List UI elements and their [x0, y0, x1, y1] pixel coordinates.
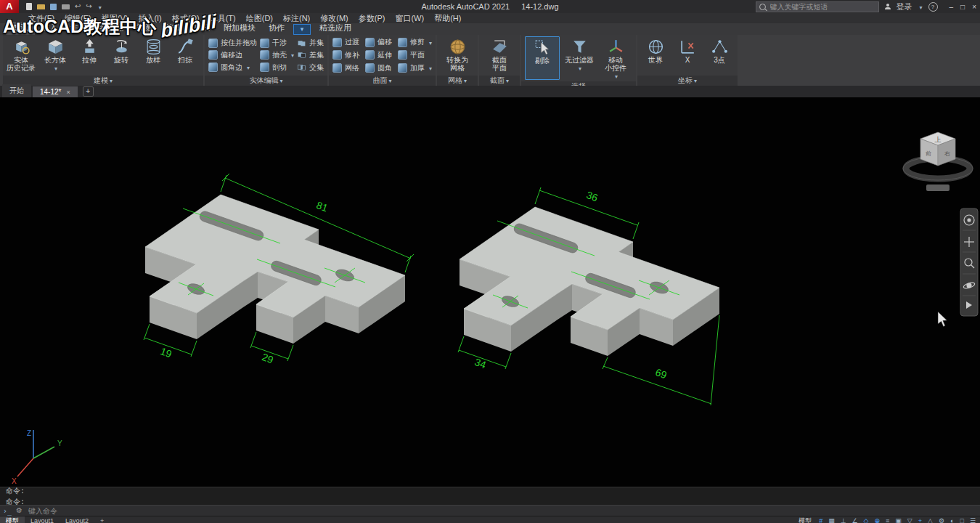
tab-addins[interactable]: 附加模块 [217, 22, 262, 35]
ortho-icon[interactable]: ⊥ [841, 516, 846, 523]
tab-view[interactable]: 视图 [130, 22, 159, 35]
panel-footer-surface[interactable]: 曲面 [329, 76, 436, 86]
workspace-gear-icon[interactable]: ⚙ [939, 516, 944, 523]
menu-parametric[interactable]: 参数(P) [354, 13, 391, 24]
restore-button[interactable]: □ [960, 3, 965, 11]
command-input[interactable] [27, 506, 320, 516]
help-search-box[interactable] [756, 1, 879, 12]
isolate-icon[interactable]: ◐ [950, 516, 954, 523]
extrude-button[interactable]: 拉伸 [75, 36, 104, 74]
clean-screen-icon[interactable]: □ [960, 516, 963, 523]
new-tab-button[interactable]: + [83, 86, 94, 97]
surf-trim-button[interactable]: 修剪 [398, 36, 432, 48]
loft-button[interactable]: 放样 [139, 36, 168, 74]
command-bar[interactable]: ⚙ [0, 505, 980, 516]
revolve-button[interactable]: 旋转 [107, 36, 136, 74]
isodraft-icon[interactable]: ◇ [864, 516, 869, 523]
osnap-3d-icon[interactable]: + [918, 516, 922, 523]
polar-icon[interactable]: ∠ [852, 516, 858, 523]
surf-extend-button[interactable]: 延伸 [365, 49, 392, 61]
tab-output[interactable]: 输出 [188, 22, 217, 35]
box-button[interactable]: 长方体 [38, 36, 72, 74]
menu-window[interactable]: 窗口(W) [390, 13, 429, 24]
move-gizmo-button[interactable]: 移动 小控件 [599, 36, 632, 80]
surf-network-button[interactable]: 网络 [332, 62, 359, 74]
signin-label[interactable]: 登录 [897, 1, 912, 12]
tab-annotate[interactable]: 注释 [64, 22, 93, 35]
panel-footer-modeling[interactable]: 建模 [3, 76, 203, 86]
tab-manage[interactable]: 管理 [159, 22, 188, 35]
tab-featured-apps[interactable]: 精选应用 [313, 22, 358, 35]
ucs-icon[interactable]: Z Y X [12, 429, 62, 485]
app-menu-button[interactable]: A [0, 0, 19, 13]
offset-edge-button[interactable]: 偏移边 [208, 49, 257, 61]
union-button[interactable]: 并集 [297, 37, 324, 49]
osnap-icon[interactable]: ⊕ [875, 516, 881, 523]
surf-fillet-button[interactable]: 圆角 [365, 62, 392, 74]
interfere-button[interactable]: 干涉 [260, 37, 294, 49]
drawing-viewport[interactable]: 81 19 29 36 34 69 [0, 97, 980, 487]
close-button[interactable]: × [972, 3, 976, 11]
tab-insert[interactable]: 插入 [35, 22, 64, 35]
shell-button[interactable]: 抽壳 [260, 49, 294, 61]
file-tab-document[interactable]: 14-12* × [33, 86, 78, 97]
layout-tab-add[interactable]: + [94, 516, 110, 523]
3d-part-right[interactable] [460, 207, 719, 356]
navigation-bar[interactable] [960, 208, 978, 316]
3d-part-left[interactable] [145, 195, 405, 344]
layout-tab-layout1[interactable]: Layout1 [25, 516, 60, 523]
space-toggle-button[interactable]: 模型 [799, 516, 812, 523]
tab-parametric[interactable]: 参数化 [93, 22, 130, 35]
plot-icon[interactable] [62, 4, 70, 9]
filter-button[interactable]: 无过滤器 [563, 36, 596, 80]
surf-patch-button[interactable]: 修补 [332, 49, 359, 61]
viewcube-front-label[interactable]: 前 [926, 150, 931, 157]
culling-button[interactable]: 剔除 [525, 36, 560, 80]
command-history[interactable]: 命令: 命令: [0, 487, 980, 505]
intersect-button[interactable]: 交集 [297, 62, 324, 73]
viewcube[interactable]: 上 前 右 [903, 132, 973, 191]
redo-icon[interactable]: ↪ [86, 3, 91, 10]
grid-icon[interactable]: # [819, 516, 822, 523]
tab-collaborate[interactable]: 协作 [262, 22, 291, 35]
tab-home[interactable]: 默认 [6, 22, 35, 35]
convert-to-mesh-button[interactable]: 转换为 网格 [441, 36, 474, 74]
filter-status-icon[interactable]: ▽ [907, 516, 912, 523]
lineweight-icon[interactable]: ≡ [886, 516, 889, 523]
search-input[interactable] [769, 2, 866, 12]
panel-footer-solid-edit[interactable]: 实体编辑 [205, 76, 327, 86]
fillet-edge-button[interactable]: 圆角边 [208, 62, 257, 73]
sweep-button[interactable]: 扫掠 [171, 36, 200, 74]
snap-icon[interactable]: ▦ [828, 516, 835, 523]
solid-history-button[interactable]: 实体 历史记录 [7, 36, 36, 74]
viewcube-wcs-dropdown[interactable] [926, 185, 950, 191]
layout-tab-model[interactable]: 模型 [0, 516, 25, 523]
surf-offset-button[interactable]: 偏移 [365, 36, 392, 48]
panel-footer-coordinates[interactable]: 坐标 [637, 76, 738, 86]
surf-blend-button[interactable]: 过渡 [332, 36, 359, 48]
panel-footer-section[interactable]: 截面 [479, 76, 520, 86]
slice-button[interactable]: 剖切 [260, 62, 294, 73]
ucs-world-button[interactable]: 世界 [641, 36, 670, 74]
ucs-x-button[interactable]: X [673, 36, 702, 74]
layout-tab-layout2[interactable]: Layout2 [60, 516, 94, 523]
surf-planar-button[interactable]: 平面 [398, 49, 432, 61]
customize-icon[interactable]: ☰ [970, 516, 976, 523]
new-file-icon[interactable] [26, 3, 32, 10]
minimize-button[interactable]: – [950, 3, 954, 11]
viewport-canvas[interactable]: 81 19 29 36 34 69 [0, 97, 980, 487]
signin-dropdown-icon[interactable] [918, 2, 923, 11]
annotation-icon[interactable]: △ [928, 516, 933, 523]
help-icon[interactable]: ? [928, 2, 938, 12]
surf-thicken-button[interactable]: 加厚 [398, 62, 432, 74]
file-tab-start[interactable]: 开始 [2, 84, 31, 97]
save-icon[interactable] [50, 4, 57, 10]
command-tools-icon[interactable]: ⚙ [16, 507, 23, 514]
workspace-dropdown-icon[interactable]: ▾ [293, 24, 311, 35]
qat-customize-icon[interactable] [97, 2, 102, 11]
tab-close-icon[interactable]: × [66, 89, 70, 96]
subtract-button[interactable]: 差集 [297, 49, 324, 61]
open-file-icon[interactable] [37, 4, 45, 9]
undo-icon[interactable]: ↩ [75, 3, 81, 10]
viewcube-top-label[interactable]: 上 [935, 136, 942, 143]
